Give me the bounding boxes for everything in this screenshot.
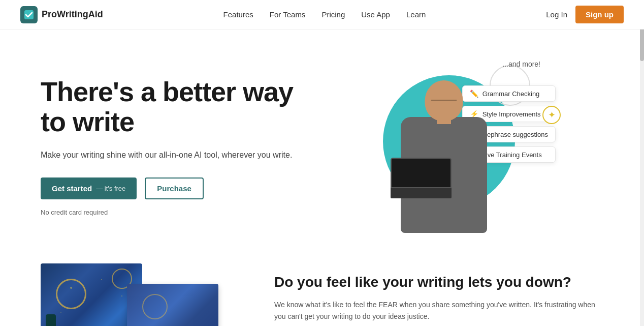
and-more-label: ...and more! bbox=[502, 60, 540, 68]
nav-learn[interactable]: Learn bbox=[406, 10, 426, 19]
navbar: ProWritingAid Features For Teams Pricing… bbox=[0, 0, 644, 29]
nav-links: Features For Teams Pricing Use App Learn bbox=[223, 10, 426, 19]
purchase-button[interactable]: Purchase bbox=[145, 177, 204, 199]
swirl-decoration bbox=[56, 279, 86, 309]
person-neck bbox=[437, 115, 451, 124]
hero-buttons: Get started — it's free Purchase bbox=[41, 177, 305, 199]
swirl-3 bbox=[142, 294, 168, 319]
star-badge: ✦ bbox=[542, 106, 561, 124]
hero-illustration: ...and more! ✏️ Grammar Checking ⚡ Style… bbox=[363, 60, 545, 233]
feature-grammar: ✏️ Grammar Checking bbox=[462, 85, 556, 102]
lower-right: Do you feel like your writing lets you d… bbox=[274, 263, 603, 322]
signup-button[interactable]: Sign up bbox=[575, 6, 624, 23]
hero-left: There's a better way to write Make your … bbox=[41, 77, 305, 216]
hero-right: ...and more! ✏️ Grammar Checking ⚡ Style… bbox=[305, 60, 603, 233]
brand-name: ProWritingAid bbox=[42, 9, 103, 20]
logo-icon bbox=[20, 6, 38, 23]
laptop bbox=[391, 158, 452, 198]
hero-section: There's a better way to write Make your … bbox=[0, 29, 644, 253]
person-body bbox=[401, 117, 487, 233]
nav-for-teams[interactable]: For Teams bbox=[270, 10, 306, 19]
starry-night-container: My idea in my head bbox=[41, 263, 213, 326]
login-button[interactable]: Log In bbox=[546, 10, 567, 19]
scrollbar[interactable] bbox=[640, 0, 644, 326]
brand-logo[interactable]: ProWritingAid bbox=[20, 6, 103, 23]
hero-title: There's a better way to write bbox=[41, 77, 305, 137]
no-credit-card-text: No credit card required bbox=[41, 209, 305, 216]
nav-use-app[interactable]: Use App bbox=[361, 10, 390, 19]
pencil-icon: ✏️ bbox=[470, 90, 478, 98]
hero-subtitle: Make your writing shine with our all-in-… bbox=[41, 149, 305, 162]
lower-section: My idea in my head Do you feel like your… bbox=[0, 253, 644, 326]
lower-title: Do you feel like your writing lets you d… bbox=[274, 274, 603, 291]
get-started-button[interactable]: Get started — it's free bbox=[41, 177, 137, 199]
nav-pricing[interactable]: Pricing bbox=[321, 10, 345, 19]
nav-features[interactable]: Features bbox=[223, 10, 253, 19]
lower-left: My idea in my head bbox=[41, 263, 244, 326]
lower-text: We know what it's like to feel the FEAR … bbox=[274, 299, 603, 322]
navbar-actions: Log In Sign up bbox=[546, 6, 624, 23]
starry-night-image-2 bbox=[127, 284, 218, 326]
